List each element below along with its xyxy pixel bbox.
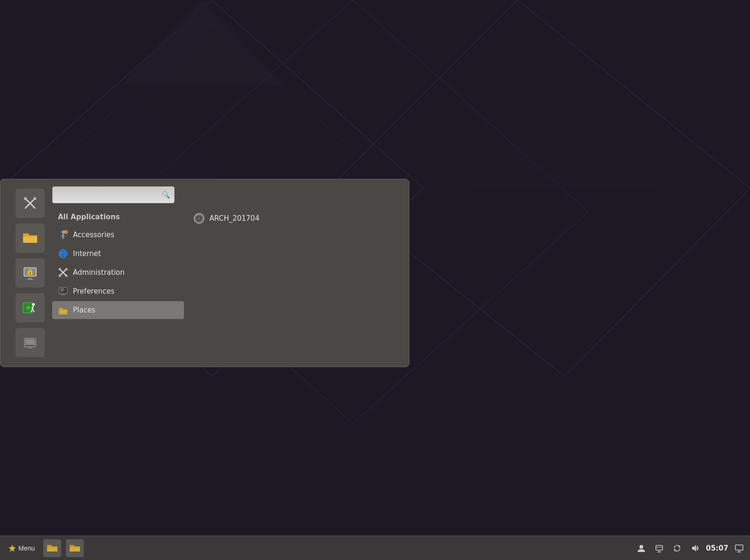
menu-columns: All Applications [52, 209, 402, 319]
disc-icon [193, 213, 205, 224]
sidebar-tools-button[interactable] [16, 189, 45, 218]
svg-line-22 [32, 309, 34, 312]
svg-marker-3 [122, 0, 282, 85]
svg-point-56 [199, 218, 200, 219]
accessories-icon [58, 230, 68, 240]
taskbar-menu-label: Menu [18, 544, 35, 552]
sync-icon-btn[interactable] [670, 541, 684, 555]
svg-marker-57 [8, 544, 16, 552]
all-applications-item[interactable]: All Applications [52, 209, 184, 225]
sidebar-logout-button[interactable] [16, 293, 45, 322]
preferences-icon [58, 286, 68, 296]
places-icon [58, 305, 68, 315]
taskbar: Menu [0, 536, 750, 560]
svg-point-36 [65, 232, 66, 232]
svg-point-29 [62, 231, 64, 233]
all-applications-label: All Applications [58, 213, 120, 221]
volume-icon-btn[interactable] [688, 541, 702, 555]
svg-marker-63 [692, 545, 696, 552]
menu-star-icon [8, 544, 16, 552]
monitor-icon-btn[interactable] [732, 541, 746, 555]
svg-rect-27 [29, 347, 32, 348]
taskbar-menu-button[interactable]: Menu [4, 543, 40, 554]
left-column: All Applications [52, 209, 184, 319]
svg-point-10 [33, 197, 36, 200]
globe-icon [58, 248, 68, 259]
taskbar-app-folder2[interactable] [66, 539, 84, 557]
taskbar-clock: 05:07 [706, 544, 728, 552]
preferences-label: Preferences [73, 287, 114, 296]
taskbar-right: 05:07 [634, 541, 746, 555]
svg-point-44 [59, 275, 61, 277]
administration-label: Administration [73, 268, 125, 277]
svg-rect-14 [27, 279, 33, 280]
arch-disc-label: ARCH_201704 [209, 214, 259, 223]
places-label: Places [73, 306, 96, 314]
places-item[interactable]: Places [52, 301, 184, 319]
sidebar-icon-panel [8, 186, 52, 360]
taskbar-app-folder1[interactable] [43, 539, 61, 557]
arch-disc-item[interactable]: ARCH_201704 [193, 209, 402, 228]
svg-rect-59 [656, 545, 662, 550]
internet-label: Internet [73, 249, 101, 258]
svg-point-45 [65, 275, 68, 277]
sidebar-lock-button[interactable] [16, 258, 45, 288]
search-input-wrapper: 🔍 [52, 186, 175, 203]
internet-item[interactable]: Internet [52, 245, 184, 263]
taskbar-left: Menu [4, 539, 85, 557]
preferences-item[interactable]: Preferences [52, 282, 184, 300]
svg-rect-64 [735, 545, 743, 550]
right-column: ARCH_201704 [184, 209, 402, 319]
sidebar-screenshot-button[interactable] [16, 328, 45, 357]
svg-point-58 [639, 545, 643, 549]
admin-icon [58, 267, 68, 278]
svg-rect-26 [25, 339, 35, 345]
svg-point-16 [29, 272, 31, 274]
svg-point-42 [59, 268, 61, 271]
svg-rect-13 [28, 278, 32, 279]
svg-point-9 [24, 197, 27, 200]
svg-marker-4 [471, 94, 659, 188]
user-icon-btn[interactable] [634, 541, 648, 555]
sidebar-folder-button[interactable] [16, 224, 45, 253]
menu-content-area: 🔍 All Applications [52, 186, 402, 360]
search-icon: 🔍 [162, 191, 170, 199]
svg-rect-51 [62, 294, 64, 295]
svg-point-43 [65, 268, 68, 271]
svg-line-34 [63, 237, 64, 239]
svg-point-19 [32, 303, 35, 306]
accessories-item[interactable]: Accessories [52, 226, 184, 244]
search-bar-container: 🔍 [52, 186, 402, 203]
accessories-label: Accessories [73, 231, 114, 239]
svg-rect-52 [61, 295, 65, 296]
app-menu-popup: 🔍 All Applications [0, 179, 409, 367]
svg-rect-28 [28, 348, 32, 349]
network-icon-btn[interactable] [652, 541, 666, 555]
search-input[interactable] [52, 186, 175, 203]
administration-item[interactable]: Administration [52, 264, 184, 281]
